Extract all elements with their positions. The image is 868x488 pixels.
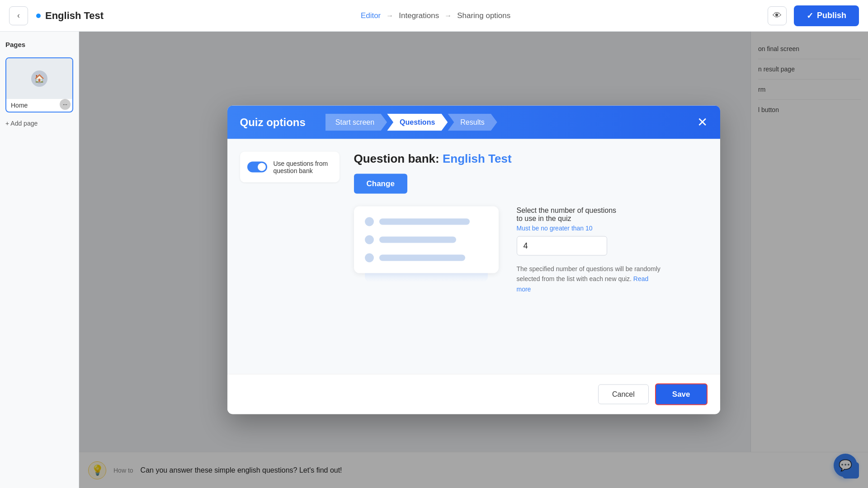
count-hint: The specified number of questions will b… <box>517 264 661 294</box>
page-card-wrap: 🏠 Home ··· <box>5 57 73 113</box>
nav-right: 👁 ✓ Publish <box>768 5 859 26</box>
pages-label: Pages <box>5 41 73 48</box>
publish-button[interactable]: ✓ Publish <box>794 5 859 26</box>
modal-right-panel: Question bank: English Test Change <box>354 152 708 361</box>
question-bank-heading: Question bank: English Test <box>354 152 708 166</box>
quiz-row-3 <box>365 253 488 263</box>
step-start-screen[interactable]: Start screen <box>326 114 387 131</box>
content-area: on final screen n result page rm l butto… <box>79 32 868 488</box>
save-button[interactable]: Save <box>655 384 708 405</box>
toggle-label: Use questions from question bank <box>274 160 332 174</box>
navbar: ‹ English Test Editor → Integrations → S… <box>0 0 868 32</box>
question-bank-prefix: Question bank: <box>354 152 439 165</box>
check-icon: ✓ <box>807 11 813 21</box>
add-page-label: + Add page <box>5 120 38 127</box>
quiz-options-modal: Quiz options Start screen Questions Resu… <box>227 106 720 414</box>
change-button[interactable]: Change <box>354 174 407 194</box>
add-page-button[interactable]: + Add page <box>5 118 73 129</box>
nav-tabs: Editor → Integrations → Sharing options <box>104 11 768 20</box>
main-area: Feedback Pages 🏠 Home ··· + Add page on … <box>0 32 868 488</box>
quiz-bar-2 <box>379 237 456 243</box>
modal-header: Quiz options Start screen Questions Resu… <box>227 106 720 139</box>
quiz-bar-1 <box>379 219 470 225</box>
arrow-icon-2: → <box>444 12 452 20</box>
eye-icon: 👁 <box>773 10 782 21</box>
question-count-section: Select the number of questionsto use in … <box>517 206 708 294</box>
page-card-inner: 🏠 <box>6 58 72 99</box>
preview-button[interactable]: 👁 <box>768 6 787 25</box>
page-options-button[interactable]: ··· <box>60 99 71 110</box>
count-input[interactable] <box>517 236 607 256</box>
modal-title: Quiz options <box>240 116 306 129</box>
back-button[interactable]: ‹ <box>9 6 28 25</box>
question-bank-toggle[interactable] <box>247 162 267 173</box>
publish-label: Publish <box>817 11 846 20</box>
quiz-row-1 <box>365 217 488 226</box>
sharing-tab[interactable]: Sharing options <box>457 11 510 20</box>
arrow-icon-1: → <box>386 12 393 20</box>
quiz-preview-section: Select the number of questionsto use in … <box>354 206 708 294</box>
back-icon: ‹ <box>17 11 20 20</box>
step-results[interactable]: Results <box>448 114 497 131</box>
modal-left-panel: Use questions from question bank <box>240 152 340 361</box>
count-error: Must be no greater than 10 <box>517 225 708 232</box>
toggle-card: Use questions from question bank <box>240 152 340 183</box>
step-questions[interactable]: Questions <box>387 114 448 131</box>
quiz-illustration <box>354 206 499 273</box>
editor-tab[interactable]: Editor <box>361 11 381 20</box>
sidebar: Pages 🏠 Home ··· + Add page <box>0 32 79 488</box>
quiz-bar-3 <box>379 255 465 261</box>
stepper: Start screen Questions Results <box>326 114 497 131</box>
question-bank-name: English Test <box>443 152 512 165</box>
cancel-button[interactable]: Cancel <box>598 385 649 404</box>
quiz-row-2 <box>365 235 488 244</box>
modal-body: Use questions from question bank Questio… <box>227 139 720 374</box>
unsaved-indicator <box>36 14 41 18</box>
quiz-dot-1 <box>365 217 374 226</box>
quiz-dot-2 <box>365 235 374 244</box>
page-icon: 🏠 <box>31 70 47 87</box>
modal-footer: Cancel Save <box>227 374 720 414</box>
modal-close-button[interactable]: ✕ <box>697 116 708 129</box>
quiz-dot-3 <box>365 253 374 263</box>
page-title: English Test <box>45 10 104 22</box>
count-label-text: Select the number of questionsto use in … <box>517 206 617 222</box>
count-label: Select the number of questionsto use in … <box>517 206 708 223</box>
integrations-tab[interactable]: Integrations <box>399 11 439 20</box>
